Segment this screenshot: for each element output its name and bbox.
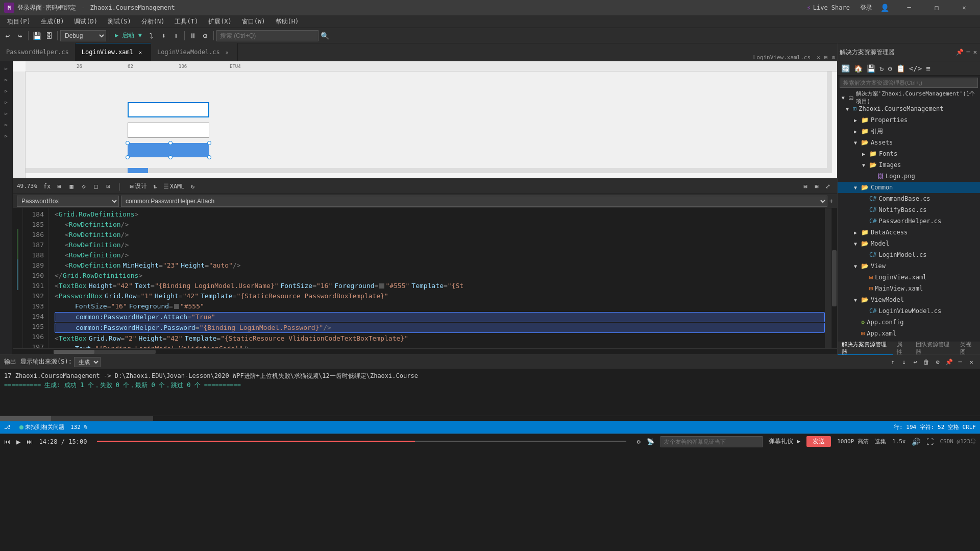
search-submit-button[interactable]: 🔍 — [320, 30, 331, 41]
output-unpin-btn[interactable]: ─ — [955, 357, 965, 367]
rp-settings-button[interactable]: ⚙ — [886, 63, 893, 74]
tree-item-notifybase[interactable]: ▶ C# NotifyBase.cs — [838, 204, 980, 215]
arrange-button[interactable]: ⊡ — [103, 181, 113, 191]
tree-item-viewmodel[interactable]: ▼ 📂 ViewModel — [838, 294, 980, 305]
tree-item-commandbase[interactable]: ▶ C# CommandBase.cs — [838, 193, 980, 204]
rp-save-button[interactable]: 💾 — [865, 63, 877, 74]
tree-item-references[interactable]: ▶ 📁 引用 — [838, 126, 980, 137]
play-pause-btn[interactable]: ▶ — [16, 438, 20, 446]
element-dropdown[interactable]: PasswordBox — [17, 196, 119, 207]
table-button[interactable]: ▦ — [66, 181, 77, 191]
resolution-label[interactable]: 1080P 高清 — [837, 438, 869, 445]
vertical-scrollbar[interactable] — [831, 208, 837, 348]
settings-tab-button[interactable]: ⚙ — [829, 54, 837, 61]
rp-home-button[interactable]: 🏠 — [852, 63, 864, 74]
output-clear-btn[interactable]: 🗑 — [922, 357, 931, 367]
start-button[interactable]: ▶ 启动 ▼ — [112, 30, 145, 41]
split-vert-button[interactable]: ⊞ — [812, 181, 822, 191]
rp-tab-properties[interactable]: 属性 — [893, 342, 911, 355]
fullscreen-button[interactable]: ⤢ — [823, 181, 833, 191]
menu-test[interactable]: 测试(S) — [103, 15, 136, 28]
tree-item-images[interactable]: ▼ 📂 Images — [838, 159, 980, 171]
user-icon[interactable]: 👤 — [880, 4, 889, 12]
solution-search-input[interactable] — [840, 78, 978, 88]
border-button[interactable]: □ — [91, 181, 101, 191]
menu-tools[interactable]: 工具(T) — [169, 15, 203, 28]
tab-loginview[interactable]: LoginView.xaml ✕ — [76, 43, 151, 61]
tree-item-passwordhelper[interactable]: ▶ C# PasswordHelper.cs — [838, 215, 980, 227]
tree-item-appconfig[interactable]: ▶ ⚙ App.config — [838, 317, 980, 328]
step-over-button[interactable]: ⤵ — [146, 30, 157, 41]
prev-chapter-btn[interactable]: ⏮ — [4, 438, 10, 445]
tab-loginviewmodel[interactable]: LoginViewModel.cs ✕ — [151, 43, 238, 61]
broadcast-icon[interactable]: 📡 — [647, 438, 654, 445]
refresh-button[interactable]: ↻ — [188, 181, 198, 191]
menu-project[interactable]: 项目(P) — [2, 15, 36, 28]
formula-button[interactable]: fx — [42, 181, 52, 191]
save-button[interactable]: 💾 — [31, 30, 42, 41]
undo-button[interactable]: ↩ — [2, 30, 13, 41]
hscrollbar-thumb[interactable] — [54, 350, 94, 354]
menu-analyze[interactable]: 分析(N) — [136, 15, 170, 28]
scrollbar-thumb[interactable] — [832, 250, 837, 306]
gift-label[interactable]: 弹幕礼仪 ▶ — [769, 437, 800, 446]
close-panel-button[interactable]: ✕ — [972, 49, 978, 56]
tree-item-loginviewmodel[interactable]: ▶ C# LoginViewModel.cs — [838, 305, 980, 317]
tree-item-dataaccess[interactable]: ▶ 📁 DataAccess — [838, 227, 980, 238]
next-chapter-btn[interactable]: ⏭ — [27, 438, 33, 445]
build-button[interactable]: ⚙ — [200, 30, 211, 41]
tree-item-appxaml[interactable]: ▶ ⊞ App.xaml — [838, 328, 980, 339]
login-button[interactable]: 登录 — [860, 4, 872, 12]
diamond-button[interactable]: ◇ — [79, 181, 89, 191]
output-wrap-btn[interactable]: ↩ — [911, 357, 920, 367]
unpin-button[interactable]: ─ — [966, 49, 971, 56]
output-pin-btn[interactable]: 📌 — [944, 357, 953, 367]
tree-item-loginview[interactable]: ▶ ⊞ LoginView.xaml — [838, 272, 980, 283]
breakpoint-button[interactable]: ⏸ — [187, 30, 199, 41]
save-all-button[interactable]: 🗄 — [43, 30, 55, 41]
settings-icon[interactable]: ⚙ — [636, 438, 640, 445]
menu-debug[interactable]: 调试(D) — [69, 15, 103, 28]
right-tab[interactable]: LoginView.xaml.cs — [749, 54, 815, 61]
tab-passwordhelper[interactable]: PasswordHelper.cs — [0, 43, 76, 61]
chat-input[interactable] — [660, 436, 763, 447]
select-label[interactable]: 选集 — [875, 438, 886, 445]
tree-item-view[interactable]: ▼ 📂 View — [838, 260, 980, 272]
rp-tab-team[interactable]: 团队资源管理器 — [912, 342, 957, 355]
split-button[interactable]: ⊞ — [822, 54, 830, 61]
tree-item-loginmodel[interactable]: ▶ C# LoginModel.cs — [838, 249, 980, 260]
fullscreen-icon[interactable]: ⛶ — [926, 438, 934, 446]
rp-code-button[interactable]: </> — [908, 63, 923, 74]
path-dropdown[interactable]: common:PasswordHelper.Attach — [121, 196, 827, 207]
menu-window[interactable]: 窗口(W) — [237, 15, 271, 28]
rp-tab-classview[interactable]: 类视图 — [956, 342, 980, 355]
maximize-button[interactable]: □ — [925, 0, 948, 15]
rp-sync-button[interactable]: 🔄 — [840, 63, 851, 74]
rp-copy-button[interactable]: 📋 — [895, 63, 906, 74]
tree-item-properties[interactable]: ▶ 📁 Properties — [838, 114, 980, 126]
live-share-button[interactable]: ⚡ Live Share — [806, 4, 850, 12]
menu-help[interactable]: 帮助(H) — [271, 15, 304, 28]
output-close-btn[interactable]: ✕ — [967, 357, 976, 367]
output-prev-btn[interactable]: ↑ — [888, 357, 897, 367]
volume-icon[interactable]: 🔊 — [912, 438, 920, 446]
grid-button[interactable]: ⊞ — [54, 181, 64, 191]
step-out-button[interactable]: ⬆ — [170, 30, 182, 41]
search-input[interactable] — [216, 30, 318, 41]
design-view-btn[interactable]: ⊟ 设计 — [128, 181, 149, 191]
close-button[interactable]: ✕ — [952, 0, 976, 15]
tree-item-fonts[interactable]: ▶ 📁 Fonts — [838, 148, 980, 159]
minimize-button[interactable]: ─ — [897, 0, 921, 15]
speed-label[interactable]: 1.5x — [892, 438, 906, 445]
status-branch[interactable]: ⎇ — [4, 424, 12, 430]
tab-loginview-close[interactable]: ✕ — [136, 48, 144, 56]
code-content[interactable]: <Grid.RowDefinitions> <RowDefinition/> <… — [48, 208, 825, 348]
tree-item-mainview[interactable]: ▶ ⊞ MainView.xaml — [838, 283, 980, 294]
add-attribute-button[interactable]: + — [829, 198, 833, 205]
close-right-tab[interactable]: ✕ — [815, 54, 822, 61]
tree-item-model[interactable]: ▼ 📂 Model — [838, 238, 980, 249]
progress-bar[interactable] — [97, 441, 626, 442]
debug-mode-dropdown[interactable]: Debug — [60, 30, 106, 41]
output-settings-btn[interactable]: ⚙ — [933, 357, 942, 367]
tree-item-logo[interactable]: ▶ 🖼 Logo.png — [838, 171, 980, 182]
